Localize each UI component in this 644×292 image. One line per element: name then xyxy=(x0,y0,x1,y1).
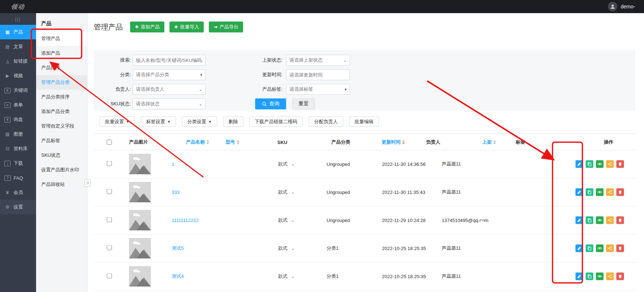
product-name-link[interactable]: 11111112222 xyxy=(172,218,199,223)
delete-row-button[interactable] xyxy=(616,273,624,280)
share-button[interactable] xyxy=(606,160,614,168)
search-input[interactable] xyxy=(136,58,202,63)
sku-dropdown[interactable]: 款式⌄ xyxy=(278,189,294,195)
sidebar-item-faq[interactable]: ? FAQ xyxy=(0,171,36,185)
add-product-button[interactable]: ✚ 添加产品 xyxy=(130,22,164,32)
share-button[interactable] xyxy=(606,273,614,280)
category-select[interactable]: 请选择产品分类▾ xyxy=(133,69,206,80)
product-name-link[interactable]: 测试5 xyxy=(172,245,184,252)
edit-button[interactable] xyxy=(575,188,583,196)
sku-status-select[interactable]: 请选择状态⌄ xyxy=(133,98,206,109)
sidebar-item-inquiries[interactable]: ¥ 询盘 xyxy=(0,112,36,127)
submenu-item-add-category[interactable]: 添加产品分类 xyxy=(36,104,87,119)
sidebar-item-label: 关键词 xyxy=(13,87,28,94)
copy-button[interactable] xyxy=(586,188,593,196)
product-thumbnail xyxy=(129,154,151,174)
edit-button[interactable] xyxy=(575,245,583,252)
submenu-item-manage-products[interactable]: 管理产品 xyxy=(36,31,87,46)
row-checkbox[interactable] xyxy=(107,217,112,222)
submenu-item-recycle-bin[interactable]: 产品回收站 xyxy=(36,177,87,192)
col-sku: SKU xyxy=(277,134,287,151)
product-name-link[interactable]: 测试4 xyxy=(172,273,184,280)
chevron-down-icon: ⌄ xyxy=(199,102,202,106)
submenu-item-watermark[interactable]: 设置产品图片水印 xyxy=(36,163,87,177)
edit-button[interactable] xyxy=(575,273,583,280)
product-name-link[interactable]: 333 xyxy=(172,190,180,195)
copy-button[interactable] xyxy=(586,273,593,280)
user-menu[interactable]: demo- xyxy=(608,0,635,13)
edit-button[interactable] xyxy=(575,217,583,224)
sidebar-item-keywords[interactable]: K 关键词 xyxy=(0,83,36,98)
view-button[interactable] xyxy=(596,188,604,196)
sku-dropdown[interactable]: 款式⌄ xyxy=(278,245,294,252)
export-products-button[interactable]: ⇥ 产品导出 xyxy=(209,22,243,32)
sidebar-item-library[interactable]: ⊟ 资料库 xyxy=(0,141,36,156)
share-button[interactable] xyxy=(606,217,614,224)
sidebar-item-settings[interactable]: ⚙ 设置 xyxy=(0,200,36,214)
sku-dropdown[interactable]: 款式⌄ xyxy=(278,273,294,280)
sku-dropdown[interactable]: 款式⌄ xyxy=(278,161,294,167)
copy-button[interactable] xyxy=(586,160,593,168)
row-checkbox[interactable] xyxy=(107,161,112,166)
sidebar-item-downloads[interactable]: ↓ 下载 xyxy=(0,156,36,171)
download-qrcode-button[interactable]: 下载产品链接二维码 xyxy=(249,116,303,127)
chevron-down-icon: ⌄ xyxy=(291,162,294,167)
sidebar-item-videos[interactable]: ▶ 视频 xyxy=(0,69,36,83)
updated-time-input[interactable] xyxy=(289,72,347,78)
row-checkbox[interactable] xyxy=(107,245,112,250)
view-button[interactable] xyxy=(596,273,604,280)
submenu-item-product-tags[interactable]: 产品标签 xyxy=(36,133,87,148)
submenu-item-manage-categories[interactable]: 管理产品分类 xyxy=(36,75,87,90)
delete-row-button[interactable] xyxy=(616,188,624,196)
online-status-select[interactable]: 请选择上架状态⌄ xyxy=(286,55,350,66)
share-button[interactable] xyxy=(606,188,614,196)
reset-button[interactable]: 重置 xyxy=(292,98,315,109)
view-button[interactable] xyxy=(596,217,604,224)
col-updated[interactable]: 更新时间 xyxy=(382,134,405,151)
row-checkbox[interactable] xyxy=(107,273,112,279)
edit-button[interactable] xyxy=(575,160,583,168)
delete-button[interactable]: 删除 xyxy=(223,116,243,127)
category-value: 分类1 xyxy=(327,245,339,252)
copy-button[interactable] xyxy=(586,217,593,224)
submenu-item-category-sort[interactable]: 产品分类排序 xyxy=(36,90,87,104)
sidebar-item-products[interactable]: ▦ 产品 xyxy=(0,25,36,39)
copy-button[interactable] xyxy=(586,245,593,252)
product-name-link[interactable]: 1 xyxy=(172,161,174,167)
col-model[interactable]: 型号 xyxy=(226,134,239,151)
select-all-checkbox[interactable] xyxy=(107,140,112,145)
query-button[interactable]: 查询 xyxy=(255,98,286,109)
view-button[interactable] xyxy=(596,160,604,168)
submenu-item-add-product[interactable]: 添加产品 xyxy=(36,46,87,61)
sidebar-item-label: 表单 xyxy=(13,102,23,108)
submenu-item-sku-status[interactable]: SKU状态 xyxy=(36,148,87,163)
submenu-item-product-sort[interactable]: 产品排序 xyxy=(36,61,87,75)
batch-edit-button[interactable]: 批量编辑 xyxy=(349,116,379,127)
crown-icon: ♛ xyxy=(4,190,11,195)
owner-select[interactable]: 请选择负责人⌄ xyxy=(133,84,206,95)
sidebar-item-members[interactable]: ♛ 会员 xyxy=(0,185,36,200)
delete-row-button[interactable] xyxy=(616,160,624,168)
product-thumbnail xyxy=(129,238,151,258)
share-button[interactable] xyxy=(606,245,614,252)
category-settings-button[interactable]: 分类设置▼ xyxy=(182,116,217,127)
sidebar-resize-handle[interactable]: ☰ xyxy=(85,179,91,187)
sidebar-item-forms[interactable]: ≡ 表单 xyxy=(0,98,36,112)
tag-settings-button[interactable]: 标签设置▼ xyxy=(141,116,176,127)
view-button[interactable] xyxy=(596,245,604,252)
delete-row-button[interactable] xyxy=(616,245,624,252)
sku-dropdown[interactable]: 款式⌄ xyxy=(278,217,294,223)
col-online[interactable]: 上架 xyxy=(482,134,496,151)
row-checkbox[interactable] xyxy=(107,189,112,194)
sidebar-item-gallery[interactable]: ▨ 图册 xyxy=(0,127,36,141)
sidebar-item-shortlinks[interactable]: ◬ 短链接 xyxy=(0,54,36,69)
submenu-item-custom-fields[interactable]: 管理自定义字段 xyxy=(36,119,87,133)
bulk-settings-button[interactable]: 批量设置▼ xyxy=(99,116,135,127)
batch-import-button[interactable]: ✚ 批量导入 xyxy=(169,22,204,32)
sidebar-item-articles[interactable]: ▤ 文章 xyxy=(0,39,36,54)
assign-owner-button[interactable]: 分配负责人 xyxy=(309,116,343,127)
delete-row-button[interactable] xyxy=(616,217,624,224)
sidebar-collapse-icon[interactable]: ||| xyxy=(0,13,36,25)
product-tag-select[interactable]: 请选择标签▾ xyxy=(286,84,350,95)
col-product-name[interactable]: 产品名称 xyxy=(186,134,209,151)
